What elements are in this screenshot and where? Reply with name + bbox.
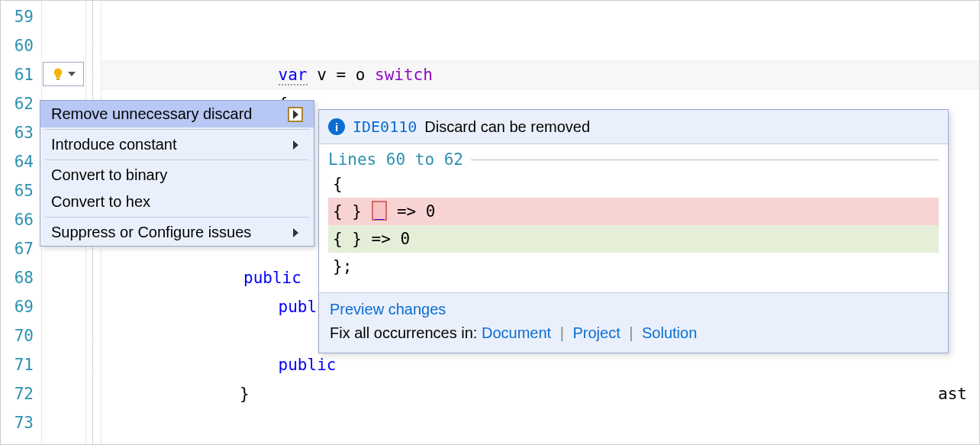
line-number: 60 bbox=[1, 31, 34, 60]
diagnostic-description: Discard can be removed bbox=[424, 118, 590, 136]
diff-added-line: { } => 0 bbox=[328, 225, 939, 253]
fix-preview-panel: i IDE0110 Discard can be removed Lines 6… bbox=[318, 109, 949, 353]
diff-context: }; bbox=[328, 253, 939, 280]
divider bbox=[471, 160, 939, 160]
quick-actions-menu: Remove unnecessary discard Introduce con… bbox=[40, 100, 314, 247]
submenu-arrow-icon bbox=[288, 107, 303, 122]
diff-context: { bbox=[328, 170, 939, 198]
obscured-code: ast bbox=[938, 379, 967, 408]
fix-all-document-link[interactable]: Document bbox=[482, 324, 551, 341]
menu-separator bbox=[45, 129, 309, 130]
line-number: 67 bbox=[1, 234, 34, 263]
preview-changes-link[interactable]: Preview changes bbox=[330, 301, 446, 318]
diff-view: { { } _ => 0 { } => 0 }; bbox=[328, 170, 939, 280]
line-number: 62 bbox=[1, 89, 34, 118]
line-number-gutter: 59 60 61 62 63 64 65 66 67 68 69 70 71 7… bbox=[1, 1, 42, 444]
line-number: 72 bbox=[1, 379, 34, 408]
line-number: 65 bbox=[1, 176, 34, 205]
preview-body: Lines 60 to 62 { { } _ => 0 { } => 0 }; bbox=[319, 144, 948, 292]
preview-footer: Preview changes Fix all occurrences in: … bbox=[319, 292, 948, 353]
info-icon: i bbox=[328, 118, 345, 135]
obscured-code: public bbox=[243, 263, 301, 292]
menu-item-introduce-constant[interactable]: Introduce constant bbox=[40, 131, 314, 158]
line-number: 61 bbox=[1, 60, 34, 89]
menu-item-remove-unnecessary-discard[interactable]: Remove unnecessary discard bbox=[40, 101, 314, 127]
line-number: 64 bbox=[1, 147, 34, 176]
line-number: 69 bbox=[1, 292, 34, 321]
line-number: 63 bbox=[1, 118, 34, 147]
svg-rect-0 bbox=[56, 79, 60, 80]
separator: | bbox=[556, 324, 569, 341]
menu-item-label: Introduce constant bbox=[51, 136, 177, 153]
separator: | bbox=[624, 324, 637, 341]
diff-removed-line: { } _ => 0 bbox=[328, 198, 939, 225]
chevron-down-icon bbox=[68, 72, 76, 76]
line-number: 73 bbox=[1, 408, 34, 437]
menu-item-label: Suppress or Configure issues bbox=[51, 224, 251, 241]
fix-all-project-link[interactable]: Project bbox=[572, 324, 620, 341]
menu-item-suppress-configure[interactable]: Suppress or Configure issues bbox=[40, 219, 314, 246]
line-number: 71 bbox=[1, 350, 34, 379]
menu-item-convert-to-hex[interactable]: Convert to hex bbox=[40, 189, 314, 215]
diagnostic-id[interactable]: IDE0110 bbox=[353, 118, 417, 136]
quick-actions-bulb-button[interactable] bbox=[43, 62, 84, 86]
fix-all-label: Fix all occurrences in: bbox=[330, 324, 482, 341]
preview-header: i IDE0110 Discard can be removed bbox=[319, 110, 948, 144]
menu-item-label: Remove unnecessary discard bbox=[51, 105, 252, 123]
preview-lines-label: Lines 60 to 62 bbox=[328, 150, 463, 169]
line-number: 59 bbox=[1, 2, 34, 31]
line-number: 66 bbox=[1, 205, 34, 234]
menu-item-convert-to-binary[interactable]: Convert to binary bbox=[40, 162, 314, 189]
submenu-arrow-icon bbox=[288, 225, 303, 240]
menu-separator bbox=[45, 217, 309, 218]
menu-separator bbox=[45, 160, 309, 160]
line-number: 70 bbox=[1, 321, 34, 350]
line-number: 68 bbox=[1, 263, 34, 292]
fix-all-solution-link[interactable]: Solution bbox=[642, 324, 697, 341]
removed-discard-token: _ bbox=[372, 201, 388, 221]
submenu-arrow-icon bbox=[288, 137, 303, 153]
menu-item-label: Convert to binary bbox=[51, 166, 167, 184]
menu-item-label: Convert to hex bbox=[51, 193, 150, 211]
lightbulb-icon bbox=[51, 67, 65, 81]
